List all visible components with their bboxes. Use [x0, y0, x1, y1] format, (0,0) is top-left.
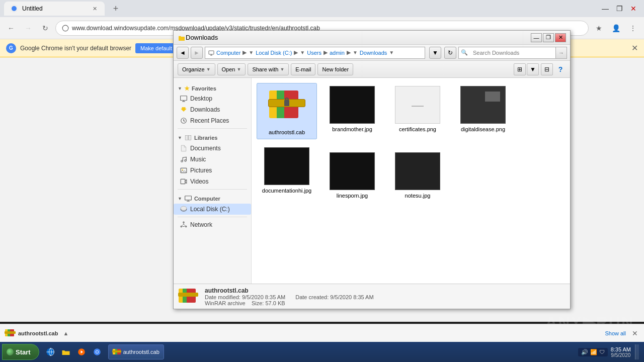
search-button[interactable]: → [555, 47, 567, 58]
layout-icon[interactable]: ⊟ [541, 63, 553, 75]
layout-button[interactable]: ⊟ [541, 63, 553, 75]
list-item[interactable]: — certificates.png [387, 83, 448, 139]
notification-close-button[interactable]: ✕ [631, 43, 638, 53]
breadcrumb-downloads-arrow[interactable]: ▼ [389, 50, 394, 55]
share-with-button[interactable]: Share with ▼ [248, 63, 289, 75]
list-item[interactable]: brandmother.jpg [322, 83, 382, 139]
back-button[interactable]: ← [4, 21, 18, 35]
sidebar-item-localdisk[interactable]: Local Disk (C:) [174, 204, 251, 215]
sidebar-item-recent[interactable]: Recent Places [174, 115, 251, 126]
open-label: Open [222, 66, 235, 72]
ie-icon[interactable] [43, 345, 57, 359]
breadcrumb-admin[interactable]: admin [330, 50, 345, 56]
breadcrumb-c-arrow[interactable]: ▼ [249, 50, 254, 55]
sidebar-item-network[interactable]: Network [174, 219, 251, 230]
explorer-commands: Organize ▼ Open ▼ Share with ▼ E-mail Ne… [174, 61, 570, 78]
wmp-icon[interactable] [74, 345, 89, 359]
explorer-close-button[interactable]: ✕ [555, 33, 566, 42]
minimize-button[interactable]: — [599, 2, 612, 15]
expand-button[interactable]: ▼ [429, 47, 441, 59]
sidebar-item-downloads[interactable]: Downloads [174, 104, 251, 115]
list-item[interactable]: documentationhi.jpg [257, 144, 317, 202]
download-item: authrootstl.cab ▲ [5, 328, 68, 338]
breadcrumb-admin-arrow[interactable]: ▼ [353, 50, 358, 55]
explorer-icon[interactable] [59, 345, 73, 359]
svg-rect-11 [185, 196, 192, 200]
network-label: Network [190, 221, 212, 228]
list-item[interactable]: linesporn.jpg [322, 149, 382, 202]
tab-close-button[interactable]: ✕ [91, 5, 99, 13]
close-button[interactable]: ✕ [627, 2, 640, 15]
list-item[interactable]: notesu.jpg [387, 149, 448, 202]
download-bar: authrootstl.cab ▲ Show all ✕ [0, 324, 644, 342]
sidebar-section-computer[interactable]: ▼ Computer [174, 192, 251, 204]
sidebar-section-favorites[interactable]: ▼ ★ Favorites [174, 82, 251, 93]
explorer-minimize-button[interactable]: — [531, 33, 542, 42]
breadcrumb-end-arrow[interactable]: ▼ [429, 47, 441, 59]
breadcrumb-users[interactable]: Users [307, 50, 321, 56]
status-thumbnail [179, 287, 199, 307]
sidebar-item-videos[interactable]: Videos [174, 176, 251, 187]
open-button[interactable]: Open ▼ [217, 63, 246, 75]
svg-point-14 [183, 222, 184, 223]
breadcrumb-computer[interactable]: Computer [216, 50, 240, 56]
list-item[interactable]: digitaldisease.png [453, 83, 513, 139]
network-tray-icon[interactable]: 📶 [590, 349, 597, 355]
sidebar-item-desktop[interactable]: Desktop [174, 93, 251, 104]
chrome-tab[interactable]: Untitled ✕ [4, 2, 105, 16]
svg-point-7 [185, 160, 187, 162]
open-arrow-icon: ▼ [236, 67, 241, 72]
file-name-notesu: notesu.jpg [405, 192, 431, 199]
brandmother-thumbnail [330, 86, 375, 124]
taskbar-item-authrootstl[interactable]: authrootstl.cab [108, 344, 164, 359]
chrome-taskbar-icon[interactable] [90, 345, 104, 359]
status-type-size: WinRAR archive Size: 57.0 KB [205, 300, 565, 306]
speaker-tray-icon[interactable]: 🔊 [581, 349, 588, 355]
svg-rect-5 [189, 135, 191, 140]
bookmark-button[interactable]: ★ [592, 21, 606, 35]
explorer-titlebar: Downloads — ❐ ✕ [174, 31, 570, 45]
status-info: authrootstl.cab Date modified: 9/5/2020 … [205, 287, 565, 306]
download-bar-close-button[interactable]: ✕ [631, 329, 639, 337]
profile-button[interactable]: 👤 [609, 21, 623, 35]
music-icon [180, 155, 188, 163]
view-btn-1[interactable]: ⊞ [514, 63, 526, 75]
sidebar-item-documents[interactable]: Documents [174, 143, 251, 154]
documents-icon [180, 144, 188, 152]
new-folder-button[interactable]: New folder [317, 63, 353, 75]
search-container: 🔍 → [458, 47, 567, 59]
tray-time: 8:35 AM 9/5/2020 [611, 346, 631, 358]
explorer-refresh-button[interactable]: ↻ [444, 47, 456, 59]
email-button[interactable]: E-mail [291, 63, 315, 75]
menu-button[interactable]: ⋮ [626, 21, 640, 35]
download-arrow-icon[interactable]: ▲ [63, 330, 68, 336]
make-default-button[interactable]: Make default [135, 43, 177, 53]
new-tab-button[interactable]: + [109, 2, 123, 16]
security-tray-icon[interactable]: 🛡 [599, 349, 605, 355]
breadcrumb-downloads[interactable]: Downloads [360, 50, 387, 56]
breadcrumb-disk-arrow[interactable]: ▼ [300, 50, 305, 55]
maximize-button[interactable]: ❐ [613, 2, 626, 15]
sidebar-section-libraries[interactable]: ▼ Libraries [174, 131, 251, 143]
explorer-back-button[interactable]: ◄ [177, 47, 189, 59]
sidebar-item-pictures[interactable]: Pictures [174, 165, 251, 176]
help-button[interactable]: ? [555, 64, 566, 75]
show-all-button[interactable]: Show all [605, 330, 626, 336]
computer-label: Computer [194, 196, 220, 202]
linesporn-thumbnail [330, 152, 375, 190]
show-desktop-button[interactable] [635, 344, 639, 359]
start-button[interactable]: Start [2, 344, 39, 360]
forward-button[interactable]: → [21, 21, 35, 35]
search-input[interactable] [470, 47, 555, 58]
organize-button[interactable]: Organize ▼ [178, 63, 215, 75]
explorer-forward-button[interactable]: ► [191, 47, 203, 59]
download-filename: authrootstl.cab [18, 330, 58, 336]
list-item[interactable]: authrootstl.cab [257, 83, 317, 139]
chrome-logo-icon: G [6, 43, 16, 53]
sidebar-item-music[interactable]: Music [174, 154, 251, 165]
refresh-button[interactable]: ↻ [38, 21, 52, 35]
explorer-maximize-button[interactable]: ❐ [543, 33, 554, 42]
view-btn-arrow[interactable]: ▼ [527, 63, 539, 75]
breadcrumb-localdisk[interactable]: Local Disk (C:) [256, 50, 292, 56]
download-item-icon [5, 328, 15, 338]
